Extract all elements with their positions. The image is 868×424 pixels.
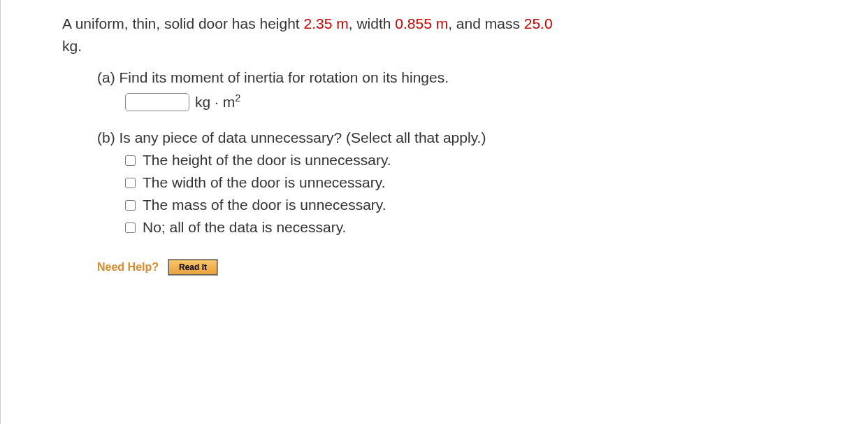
part-a-label: (a): [97, 69, 120, 85]
option-row: The mass of the door is unnecessary.: [122, 197, 847, 213]
part-a: (a) Find its moment of inertia for rotat…: [22, 69, 847, 111]
unit-prefix: kg · m: [195, 94, 235, 110]
option-label: The height of the door is unnecessary.: [143, 152, 391, 169]
read-it-button[interactable]: Read It: [168, 260, 217, 275]
unit-exponent: 2: [235, 92, 240, 104]
stem-value-height: 2.35 m: [304, 15, 349, 31]
help-row: Need Help? Read It: [22, 260, 847, 275]
option-checkbox-mass[interactable]: [125, 200, 136, 211]
option-checkbox-height[interactable]: [125, 155, 136, 166]
part-b: (b) Is any piece of data unnecessary? (S…: [22, 129, 847, 236]
part-b-options: The height of the door is unnecessary. T…: [97, 152, 847, 236]
option-checkbox-width[interactable]: [125, 178, 136, 188]
part-a-text: Find its moment of inertia for rotation …: [120, 69, 449, 85]
option-checkbox-none[interactable]: [125, 222, 136, 233]
stem-text-2: , width: [349, 15, 396, 31]
part-b-text: Is any piece of data unnecessary? (Selec…: [120, 129, 486, 146]
option-label: No; all of the data is necessary.: [143, 219, 346, 236]
stem-text-4: kg.: [62, 38, 82, 54]
option-row: The width of the door is unnecessary.: [122, 174, 847, 191]
stem-value-width: 0.855 m: [395, 15, 448, 31]
part-a-unit: kg · m2: [195, 94, 240, 111]
part-b-label: (b): [97, 129, 120, 146]
stem-text-1: A uniform, thin, solid door has height: [62, 15, 304, 31]
option-label: The width of the door is unnecessary.: [143, 174, 385, 191]
option-row: The height of the door is unnecessary.: [122, 152, 847, 169]
option-row: No; all of the data is necessary.: [122, 219, 847, 236]
question-container: A uniform, thin, solid door has height 2…: [0, 0, 868, 424]
option-label: The mass of the door is unnecessary.: [143, 197, 386, 213]
question-stem: A uniform, thin, solid door has height 2…: [22, 13, 847, 57]
stem-value-mass: 25.0: [524, 15, 553, 31]
moment-of-inertia-input[interactable]: [125, 93, 189, 111]
stem-text-3: , and mass: [448, 15, 524, 31]
part-a-answer-line: kg · m2: [97, 93, 847, 111]
need-help-label: Need Help?: [97, 261, 159, 274]
